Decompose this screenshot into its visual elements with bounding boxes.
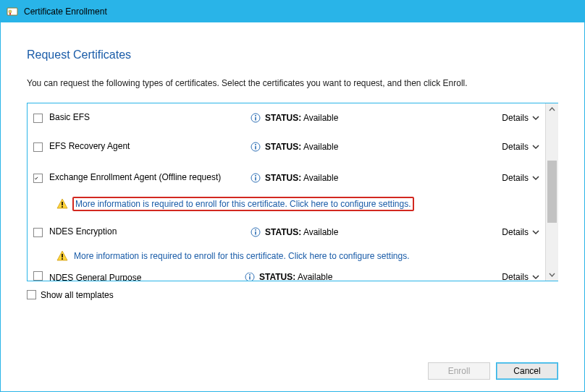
svg-rect-14 — [255, 231, 256, 235]
vertical-scrollbar[interactable] — [545, 103, 558, 281]
certificate-name: Exchange Enrollment Agent (Offline reque… — [49, 172, 251, 183]
certificate-status: STATUS: Available — [251, 142, 474, 152]
certificate-name: EFS Recovery Agent — [49, 141, 251, 152]
svg-rect-11 — [62, 202, 63, 205]
svg-point-17 — [62, 258, 63, 260]
checkbox-exchange-enrollment-agent[interactable] — [33, 174, 43, 183]
details-expander[interactable]: Details — [474, 227, 545, 237]
content-area: Request Certificates You can request the… — [1, 22, 584, 391]
svg-point-10 — [255, 175, 256, 176]
info-icon — [251, 227, 261, 237]
certificate-status: STATUS: Available — [251, 227, 474, 237]
svg-point-1 — [9, 10, 12, 13]
svg-rect-6 — [255, 146, 256, 150]
certificate-status: STATUS: Available — [251, 113, 474, 123]
more-info-row-exchange: More information is required to enroll f… — [28, 195, 545, 213]
scroll-down-arrow[interactable] — [546, 268, 558, 281]
svg-point-15 — [255, 229, 256, 231]
configure-settings-link[interactable]: More information is required to enroll f… — [72, 197, 414, 211]
svg-rect-16 — [62, 254, 63, 257]
chevron-down-icon — [532, 273, 539, 281]
info-icon — [245, 273, 255, 281]
warning-icon — [56, 250, 68, 262]
details-expander[interactable]: Details — [474, 273, 545, 281]
show-all-templates-label: Show all templates — [41, 290, 114, 300]
details-expander[interactable]: Details — [474, 142, 545, 152]
svg-rect-9 — [255, 177, 256, 181]
certificate-row-exchange-enrollment-agent[interactable]: Exchange Enrollment Agent (Offline reque… — [28, 161, 545, 195]
svg-point-4 — [255, 115, 256, 116]
button-row: Enroll Cancel — [27, 345, 558, 380]
enroll-button[interactable]: Enroll — [428, 362, 490, 380]
info-icon — [251, 173, 261, 183]
info-icon — [251, 142, 261, 152]
cancel-button[interactable]: Cancel — [496, 362, 558, 380]
svg-point-20 — [249, 274, 251, 276]
chevron-down-icon — [532, 229, 539, 236]
certificate-status: STATUS: Available — [245, 273, 474, 281]
certificate-name: Basic EFS — [49, 112, 251, 123]
certificate-status: STATUS: Available — [251, 173, 474, 183]
checkbox-basic-efs[interactable] — [33, 114, 43, 123]
certificate-row-ndes-general-purpose[interactable]: NDES General Purpose STATUS: Available D… — [28, 270, 545, 281]
page-subtitle: You can request the following types of c… — [27, 77, 534, 90]
info-icon — [251, 113, 261, 123]
certificate-list: Basic EFS STATUS: Available Details — [27, 103, 558, 281]
svg-point-7 — [255, 144, 256, 145]
svg-rect-19 — [249, 276, 251, 280]
svg-rect-3 — [255, 117, 256, 121]
app-icon — [7, 6, 18, 17]
certificate-list-viewport: Basic EFS STATUS: Available Details — [28, 103, 545, 281]
scroll-up-arrow[interactable] — [546, 103, 558, 116]
checkbox-show-all-templates[interactable] — [27, 290, 36, 299]
certificate-row-basic-efs[interactable]: Basic EFS STATUS: Available Details — [28, 103, 545, 132]
certificate-row-efs-recovery-agent[interactable]: EFS Recovery Agent STATUS: Available Det… — [28, 132, 545, 161]
scroll-thumb[interactable] — [547, 161, 557, 223]
warning-icon — [56, 198, 68, 210]
chevron-down-icon — [532, 143, 539, 150]
titlebar: Certificate Enrollment — [1, 1, 584, 22]
show-all-templates-row: Show all templates — [27, 290, 558, 300]
svg-point-12 — [62, 206, 63, 208]
window-title: Certificate Enrollment — [24, 7, 107, 17]
configure-settings-link[interactable]: More information is required to enroll f… — [74, 251, 410, 261]
chevron-down-icon — [532, 174, 539, 182]
chevron-down-icon — [532, 114, 539, 122]
checkbox-efs-recovery-agent[interactable] — [33, 142, 43, 152]
more-info-row-ndes: More information is required to enroll f… — [28, 247, 545, 265]
certificate-enrollment-window: Certificate Enrollment Request Certifica… — [0, 0, 585, 392]
certificate-row-ndes-encryption[interactable]: NDES Encryption STATUS: Available Detail… — [28, 218, 545, 247]
checkbox-ndes-encryption[interactable] — [33, 228, 43, 237]
details-expander[interactable]: Details — [474, 113, 545, 123]
certificate-name: NDES Encryption — [49, 226, 251, 237]
checkbox-ndes-general-purpose[interactable] — [33, 271, 43, 281]
certificate-name: NDES General Purpose — [49, 273, 245, 281]
page-title: Request Certificates — [27, 48, 558, 61]
details-expander[interactable]: Details — [474, 173, 545, 183]
scroll-track[interactable] — [546, 116, 558, 268]
